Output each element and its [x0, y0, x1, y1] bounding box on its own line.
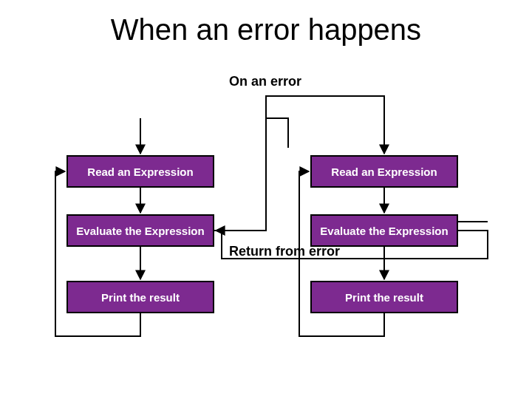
right-print-box: Print the result	[310, 281, 458, 313]
left-eval-box: Evaluate the Expression	[66, 214, 214, 247]
left-print-box: Print the result	[66, 281, 214, 313]
right-eval-box: Evaluate the Expression	[310, 214, 458, 247]
on-error-label: On an error	[229, 74, 301, 89]
diagram-connectors	[0, 0, 532, 399]
left-read-box: Read an Expression	[66, 155, 214, 188]
right-read-box: Read an Expression	[310, 155, 458, 188]
page-title: When an error happens	[0, 13, 532, 47]
